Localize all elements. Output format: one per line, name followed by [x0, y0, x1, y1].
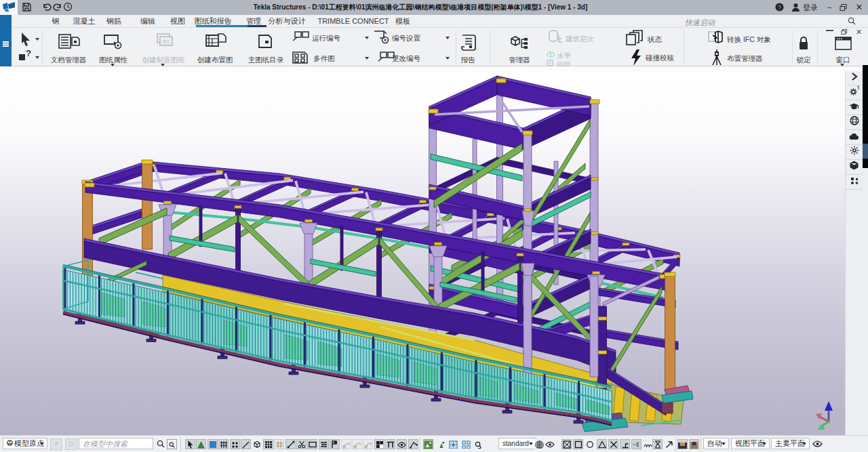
svg-text:?: ?	[856, 86, 859, 91]
svg-text:B1: B1	[163, 39, 170, 45]
svg-text:?: ?	[778, 4, 781, 11]
